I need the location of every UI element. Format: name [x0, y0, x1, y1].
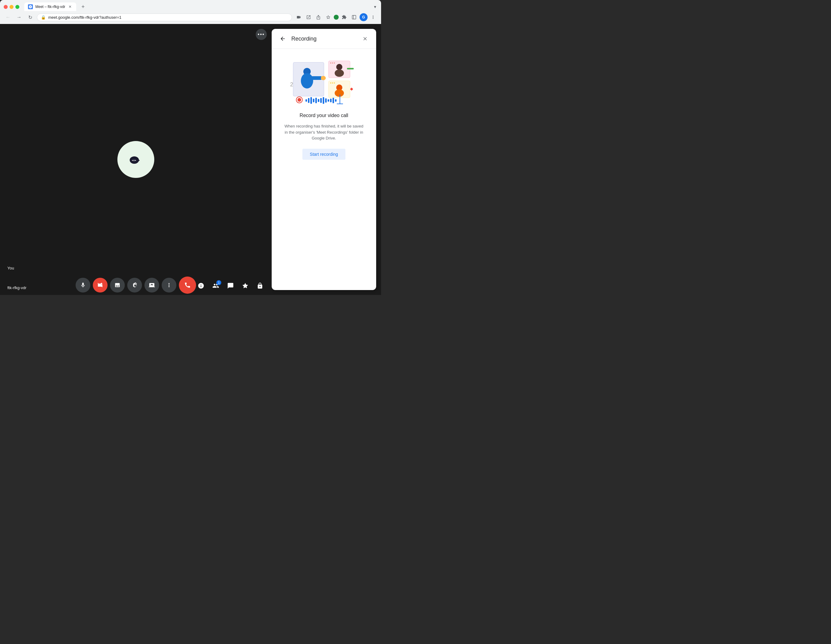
more-options-button[interactable]: ••• [256, 29, 267, 40]
svg-point-27 [334, 82, 335, 84]
end-call-button[interactable] [179, 277, 196, 294]
green-dot-icon [334, 15, 339, 20]
svg-rect-37 [313, 99, 314, 102]
svg-point-25 [330, 82, 331, 84]
star-icon[interactable] [324, 13, 333, 22]
svg-rect-35 [308, 98, 309, 103]
url-text: meet.google.com/ftk-rfkg-vdr?authuser=1 [48, 15, 288, 20]
panel-title: Recording [291, 36, 357, 42]
svg-point-16 [321, 76, 326, 80]
tab-chevron-icon: ▾ [373, 3, 377, 10]
lock-button[interactable] [253, 279, 267, 293]
svg-point-9 [134, 160, 135, 161]
sidebar-icon[interactable] [350, 13, 358, 22]
svg-rect-0 [352, 15, 356, 19]
panel-content: 2 [272, 49, 376, 290]
you-label: You [7, 266, 14, 270]
record-description: When recording has finished, it will be … [284, 123, 364, 142]
svg-point-18 [330, 62, 331, 64]
svg-point-29 [335, 89, 344, 97]
captions-button[interactable] [110, 278, 125, 293]
tab-favicon [28, 4, 33, 9]
svg-point-22 [335, 70, 344, 77]
refresh-button[interactable]: ↻ [26, 13, 34, 22]
svg-rect-34 [306, 99, 307, 102]
maximize-window-button[interactable] [15, 5, 19, 9]
raise-hand-button[interactable] [127, 278, 142, 293]
more-options-icon[interactable] [369, 13, 377, 22]
svg-rect-38 [315, 98, 317, 103]
svg-point-10 [135, 160, 136, 161]
svg-text:2: 2 [290, 81, 293, 87]
meet-camera-icon [125, 149, 146, 170]
meet-container: ••• You ftk [0, 24, 381, 295]
record-title: Record your video call [300, 113, 348, 118]
more-controls-button[interactable] [162, 278, 177, 293]
svg-rect-43 [328, 99, 329, 102]
tab-close-button[interactable]: ✕ [68, 4, 73, 9]
share-icon[interactable] [314, 13, 323, 22]
present-button[interactable] [145, 278, 159, 293]
extensions-icon[interactable] [340, 13, 349, 22]
tab-label: Meet – ftk-rfkg-vdr [35, 5, 65, 9]
address-bar: ← → ↻ 🔒 meet.google.com/ftk-rfkg-vdr?aut… [0, 11, 381, 24]
svg-point-20 [334, 62, 335, 64]
external-link-icon[interactable] [304, 13, 313, 22]
browser-chrome: Meet – ftk-rfkg-vdr ✕ + ▾ ← → ↻ 🔒 meet.g… [0, 0, 381, 24]
video-off-button[interactable] [93, 278, 108, 293]
video-area: ••• You ftk [0, 24, 272, 295]
svg-rect-44 [330, 99, 332, 102]
profile-icon: G [360, 13, 368, 21]
active-tab[interactable]: Meet – ftk-rfkg-vdr ✕ [24, 2, 76, 11]
chat-button[interactable] [224, 279, 237, 293]
svg-rect-15 [309, 76, 322, 80]
panel-back-button[interactable] [278, 34, 288, 44]
mic-button[interactable] [76, 278, 90, 293]
svg-rect-46 [335, 99, 336, 102]
activities-button[interactable] [239, 279, 252, 293]
svg-rect-41 [323, 97, 324, 104]
svg-point-26 [332, 82, 333, 84]
svg-point-14 [301, 73, 313, 89]
recording-illustration: 2 [287, 56, 361, 105]
recording-panel: Recording [272, 29, 376, 290]
new-tab-button[interactable]: + [79, 2, 87, 11]
svg-rect-40 [320, 98, 322, 103]
svg-point-33 [298, 98, 301, 102]
lock-icon: 🔒 [41, 15, 46, 20]
svg-rect-23 [347, 68, 354, 70]
svg-rect-39 [318, 99, 319, 102]
window-controls [4, 5, 19, 9]
svg-rect-45 [333, 98, 334, 103]
panel-close-button[interactable] [360, 34, 370, 44]
minimize-window-button[interactable] [10, 5, 14, 9]
right-controls: 1 [194, 279, 267, 293]
tab-bar: Meet – ftk-rfkg-vdr ✕ + ▾ [0, 0, 381, 11]
back-button[interactable]: ← [4, 13, 12, 22]
people-badge: 1 [217, 280, 221, 285]
start-recording-button[interactable]: Start recording [302, 149, 345, 160]
panel-header: Recording [272, 29, 376, 49]
url-bar[interactable]: 🔒 meet.google.com/ftk-rfkg-vdr?authuser=… [37, 14, 292, 21]
forward-button[interactable]: → [15, 13, 23, 22]
people-button[interactable]: 1 [209, 279, 223, 293]
svg-rect-36 [310, 97, 312, 104]
toolbar-icons: G [295, 13, 377, 22]
svg-point-8 [132, 160, 133, 161]
svg-point-19 [332, 62, 333, 64]
svg-point-21 [336, 64, 342, 70]
svg-marker-30 [350, 87, 353, 91]
participant-avatar [118, 141, 154, 178]
svg-rect-42 [325, 98, 327, 103]
camera-toolbar-icon[interactable] [295, 13, 303, 22]
close-window-button[interactable] [4, 5, 8, 9]
info-button[interactable] [194, 279, 208, 293]
